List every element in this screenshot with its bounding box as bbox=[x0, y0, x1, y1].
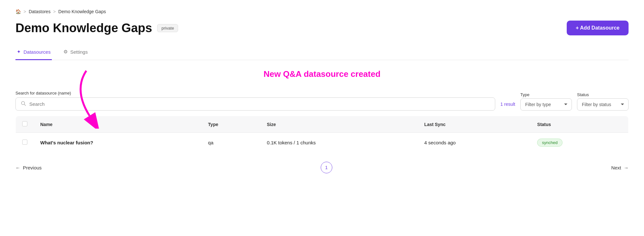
search-filter-row: Search for datasource (name) 1 result Ty… bbox=[15, 91, 629, 111]
page-header: Demo Knowledge Gaps private + Add Dataso… bbox=[15, 21, 629, 35]
result-count: 1 result bbox=[500, 102, 515, 107]
datasources-tab-icon: ✦ bbox=[17, 49, 21, 55]
tab-datasources[interactable]: ✦ Datasources bbox=[15, 46, 52, 60]
row-size: 0.1K tokens / 1 chunks bbox=[260, 133, 418, 153]
announcement-banner: New Q&A datasource created bbox=[15, 60, 629, 83]
select-all-checkbox[interactable] bbox=[22, 121, 27, 126]
status-badge: synched bbox=[537, 139, 562, 147]
type-filter-group: Type Filter by type qa file web bbox=[520, 92, 572, 111]
next-arrow-icon: → bbox=[624, 165, 629, 170]
breadcrumb: 🏠 > Datastores > Demo Knowledge Gaps bbox=[15, 9, 629, 14]
datasources-table: Name Type Size Last Sync Status What's n… bbox=[15, 116, 629, 153]
table-row: What's nuclear fusion? qa 0.1K tokens / … bbox=[16, 133, 629, 153]
search-label: Search for datasource (name) bbox=[15, 91, 495, 95]
breadcrumb-datastores[interactable]: Datastores bbox=[29, 9, 51, 14]
row-status-cell: synched bbox=[531, 133, 628, 153]
breadcrumb-sep-1: > bbox=[24, 9, 26, 14]
add-datasource-button[interactable]: + Add Datasource bbox=[567, 21, 629, 35]
header-last-sync: Last Sync bbox=[418, 116, 531, 133]
pagination: ← Previous 1 Next → bbox=[15, 153, 629, 177]
page-title: Demo Knowledge Gaps bbox=[15, 21, 152, 35]
status-filter-label: Status bbox=[577, 92, 629, 97]
page-1-label: 1 bbox=[325, 165, 328, 170]
next-button[interactable]: Next → bbox=[611, 165, 629, 170]
breadcrumb-current: Demo Knowledge Gaps bbox=[58, 9, 106, 14]
previous-label: Previous bbox=[23, 165, 42, 170]
settings-tab-icon: ⚙ bbox=[63, 49, 68, 55]
home-icon[interactable]: 🏠 bbox=[15, 9, 21, 14]
header-status: Status bbox=[531, 116, 628, 133]
row-last-sync: 4 seconds ago bbox=[418, 133, 531, 153]
type-filter-label: Type bbox=[520, 92, 572, 97]
svg-line-1 bbox=[24, 104, 26, 106]
search-icon bbox=[21, 101, 26, 107]
tab-settings[interactable]: ⚙ Settings bbox=[62, 46, 89, 60]
header-checkbox-cell bbox=[16, 116, 34, 133]
settings-tab-label: Settings bbox=[70, 49, 88, 55]
prev-arrow-icon: ← bbox=[15, 165, 20, 170]
page-title-area: Demo Knowledge Gaps private bbox=[15, 21, 178, 35]
row-checkbox-cell bbox=[16, 133, 34, 153]
row-name[interactable]: What's nuclear fusion? bbox=[34, 133, 202, 153]
previous-button[interactable]: ← Previous bbox=[15, 165, 42, 170]
search-input-wrapper bbox=[15, 97, 495, 111]
table-area: Name Type Size Last Sync Status What's n… bbox=[15, 116, 629, 153]
status-filter-group: Status Filter by status synched pending … bbox=[577, 92, 629, 111]
breadcrumb-sep-2: > bbox=[53, 9, 56, 14]
type-filter-select[interactable]: Filter by type qa file web bbox=[520, 98, 572, 111]
status-filter-select[interactable]: Filter by status synched pending error bbox=[577, 98, 629, 111]
row-select-checkbox[interactable] bbox=[22, 140, 27, 145]
search-area: Search for datasource (name) bbox=[15, 91, 495, 111]
header-size: Size bbox=[260, 116, 418, 133]
header-type: Type bbox=[202, 116, 260, 133]
row-type: qa bbox=[202, 133, 260, 153]
tabs-bar: ✦ Datasources ⚙ Settings bbox=[15, 46, 629, 60]
page-1-button[interactable]: 1 bbox=[321, 162, 332, 173]
next-label: Next bbox=[611, 165, 621, 170]
header-name: Name bbox=[34, 116, 202, 133]
pagination-pages: 1 bbox=[321, 162, 332, 173]
datasources-tab-label: Datasources bbox=[24, 49, 51, 55]
table-header-row: Name Type Size Last Sync Status bbox=[16, 116, 629, 133]
private-badge: private bbox=[157, 24, 178, 32]
search-input[interactable] bbox=[29, 101, 490, 107]
